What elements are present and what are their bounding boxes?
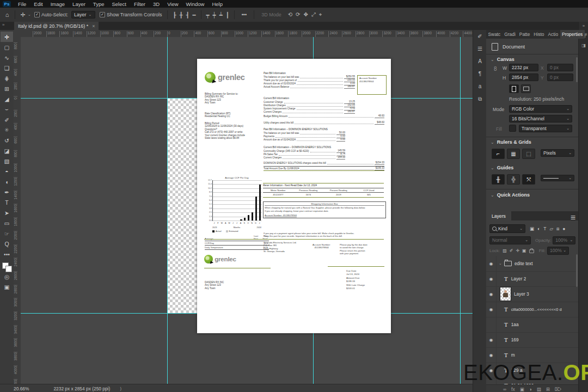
filter-pixel-layers-icon[interactable]: ▣ xyxy=(530,226,534,232)
toggle-grid-button[interactable]: ▦ xyxy=(507,149,520,159)
auto-select-checkbox[interactable]: ✓ xyxy=(34,12,40,17)
type-tool[interactable]: T xyxy=(1,197,13,207)
guide-vertical-2-top[interactable] xyxy=(313,37,314,59)
chevron-down-icon[interactable]: ⌄ xyxy=(28,13,31,17)
show-transform-checkbox[interactable]: ✓ xyxy=(100,12,105,17)
layer-row[interactable]: ◉TLayer 2 xyxy=(486,271,578,287)
menu-3d[interactable]: 3D xyxy=(149,1,163,7)
layer-visibility-toggle[interactable]: ◉ xyxy=(486,286,497,302)
canvas-area[interactable]: grenlec Billing Summary for Service to:D… xyxy=(21,37,473,384)
chevron-down-icon[interactable]: ⌄ xyxy=(499,261,502,266)
roll-3d-icon[interactable]: ⟳ xyxy=(296,11,300,18)
crop-tool[interactable]: ⋕ xyxy=(1,73,13,83)
menu-help[interactable]: Help xyxy=(208,1,226,7)
tab-actio[interactable]: Actio xyxy=(546,32,560,37)
layer-visibility-toggle[interactable]: ◉ xyxy=(486,332,497,347)
layer-effects-icon[interactable]: fx xyxy=(511,387,515,392)
history-brush-tool[interactable]: ↺ xyxy=(1,135,13,145)
object-selection-tool[interactable]: ❏ xyxy=(1,63,13,73)
expand-dock-icon[interactable]: » xyxy=(583,23,585,28)
distribute-top-icon[interactable]: ┯ xyxy=(206,12,210,18)
lock-transparency-icon[interactable]: ▨ xyxy=(503,248,507,253)
guide-horizontal-1-left[interactable] xyxy=(21,98,197,99)
layer-filter-dropdown[interactable]: Kind ⌄ xyxy=(489,224,525,233)
tab-layers[interactable]: Layers xyxy=(486,211,511,220)
menu-type[interactable]: Type xyxy=(89,1,108,7)
layer-row[interactable]: ◉Tcilta0000000...<<<<<<<<0 d xyxy=(486,302,578,317)
menu-window[interactable]: Window xyxy=(182,1,209,7)
guide-horizontal-1-right[interactable] xyxy=(391,98,473,99)
horizontal-ruler[interactable]: 2000180016001400120010008006004002000200… xyxy=(21,30,473,38)
new-group-icon[interactable]: ▤ xyxy=(537,387,541,392)
tab-histo[interactable]: Histo xyxy=(532,32,546,37)
screen-mode-button[interactable]: ▣ xyxy=(1,281,13,292)
hand-tool[interactable]: ☞ xyxy=(1,228,13,238)
filter-toggle-icon[interactable]: ● xyxy=(562,226,565,232)
guide-style-dropdown[interactable]: ⌄ xyxy=(541,175,574,181)
menu-layer[interactable]: Layer xyxy=(69,1,89,7)
filter-smart-objects-icon[interactable]: ⧈ xyxy=(556,226,559,232)
guide-horizontal-2-left[interactable] xyxy=(21,313,197,314)
fill-dropdown[interactable]: Transparent⌄ xyxy=(519,125,572,132)
guide-vertical-3[interactable] xyxy=(460,37,461,384)
menu-file[interactable]: File xyxy=(14,1,30,7)
vertical-ruler[interactable]: 8006004002000200400600800100012001400160… xyxy=(14,37,21,384)
lock-pixels-icon[interactable]: ✐ xyxy=(510,248,513,253)
toggle-guides-button[interactable]: ╫ xyxy=(492,174,505,185)
auto-select-target-dropdown[interactable]: Layer ⌄ xyxy=(71,11,95,19)
menu-edit[interactable]: Edit xyxy=(30,1,46,7)
brush-tool[interactable]: ✐ xyxy=(1,114,13,125)
width-field[interactable]: 2232 px xyxy=(509,64,538,71)
height-field[interactable]: 2854 px xyxy=(509,74,538,81)
menu-filter[interactable]: Filter xyxy=(130,1,149,7)
orbit-3d-icon[interactable]: ⟲ xyxy=(288,11,292,18)
tab-swatc[interactable]: Swatc xyxy=(486,32,503,37)
orientation-portrait-button[interactable] xyxy=(509,84,519,93)
layer-visibility-toggle[interactable]: ◉ xyxy=(486,302,497,317)
zoom-tool[interactable]: Q xyxy=(1,238,13,249)
filter-shape-layers-icon[interactable]: ▱ xyxy=(549,226,553,232)
layer-row[interactable]: ◉T169 xyxy=(486,332,578,348)
link-dimensions-icon[interactable]: 8 xyxy=(494,66,497,72)
add-layer-mask-icon[interactable]: ▣ xyxy=(520,387,524,392)
dodge-tool[interactable]: ◖ xyxy=(1,176,13,187)
shape-tool[interactable]: ▭ xyxy=(1,218,13,228)
guides-section-header[interactable]: ⌄Guides xyxy=(491,165,513,170)
orientation-landscape-button[interactable] xyxy=(521,84,531,93)
path-selection-tool[interactable]: ➤ xyxy=(1,207,13,218)
transparent-artboard-region[interactable] xyxy=(167,98,197,313)
layers-menu-icon[interactable]: ≡ xyxy=(571,213,575,223)
layer-visibility-toggle[interactable] xyxy=(486,317,497,332)
align-center-h-icon[interactable]: ╂ xyxy=(179,12,182,18)
filter-type-layers-icon[interactable]: T xyxy=(543,226,546,232)
layer-row[interactable]: ◉Layer 3 xyxy=(486,286,578,302)
guide-horizontal-2-right[interactable] xyxy=(391,313,473,314)
toolbar-more[interactable]: ••• xyxy=(1,249,13,259)
align-right-icon[interactable]: ┨ xyxy=(186,12,189,18)
glyphs-panel-icon[interactable]: a xyxy=(479,83,482,89)
lasso-tool[interactable]: ∿ xyxy=(1,52,13,63)
move-tool[interactable]: ✛ xyxy=(1,32,13,42)
new-guide-layout-button[interactable]: ╬ xyxy=(507,174,520,185)
character-panel-icon[interactable]: A xyxy=(478,58,482,64)
zoom-level[interactable]: 20.66% xyxy=(14,386,29,391)
clone-stamp-tool[interactable]: ⍟ xyxy=(1,125,13,135)
bit-depth-dropdown[interactable]: 16 Bits/Channel⌄ xyxy=(509,115,572,122)
eraser-tool[interactable]: ◪ xyxy=(1,145,13,156)
marquee-tool[interactable]: ▢ xyxy=(1,42,13,52)
canvas-section-header[interactable]: ⌄Canvas xyxy=(491,57,514,62)
tab-properties[interactable]: Properties xyxy=(560,30,585,39)
gradient-tool[interactable]: ▧ xyxy=(1,156,13,166)
ruler-units-dropdown[interactable]: Pixels⌄ xyxy=(541,149,574,157)
home-icon[interactable]: ⌂ xyxy=(2,11,12,18)
snap-to-guides-button[interactable]: ⤧ xyxy=(522,174,535,185)
dock-panel-icon-2[interactable]: ◨ xyxy=(581,43,586,48)
distribute-left-icon[interactable]: ┃ xyxy=(226,12,229,18)
eyedropper-tool[interactable]: ◢ xyxy=(1,94,13,104)
background-color-swatch[interactable] xyxy=(5,266,12,272)
guide-vertical-2-bottom[interactable] xyxy=(313,333,314,384)
toggle-rulers-button[interactable]: ⌐ xyxy=(492,149,505,159)
status-chevron-icon[interactable]: ⟩ xyxy=(120,386,121,391)
slide-3d-icon[interactable]: ⤢ xyxy=(311,11,316,18)
distribute-vcenter-icon[interactable]: ┿ xyxy=(213,12,216,18)
